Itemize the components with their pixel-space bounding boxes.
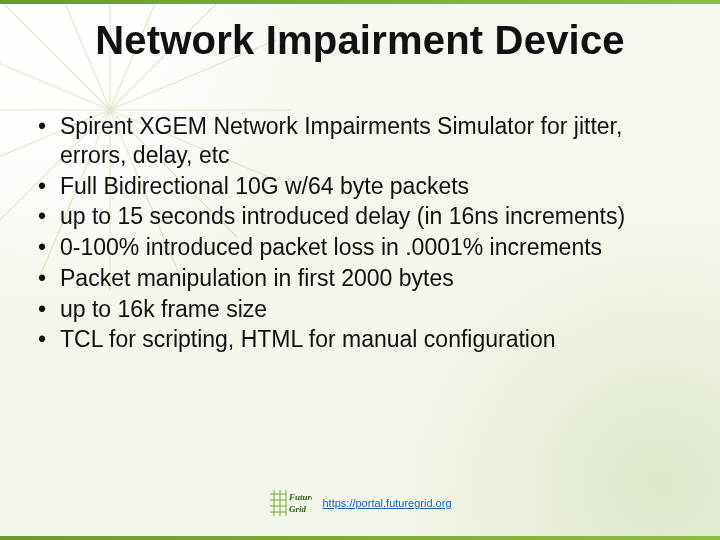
top-accent-bar	[0, 0, 720, 4]
list-item: up to 15 seconds introduced delay (in 16…	[38, 202, 682, 231]
logo-text-bot: Grid	[289, 504, 307, 514]
slide-title: Network Impairment Device	[0, 18, 720, 63]
list-item: Spirent XGEM Network Impairments Simulat…	[38, 112, 682, 170]
slide: Network Impairment Device Spirent XGEM N…	[0, 0, 720, 540]
list-item: Packet manipulation in first 2000 bytes	[38, 264, 682, 293]
futuregrid-logo-icon: Future Grid	[268, 488, 312, 518]
bullet-list: Spirent XGEM Network Impairments Simulat…	[38, 112, 682, 356]
list-item: TCL for scripting, HTML for manual confi…	[38, 325, 682, 354]
footer: Future Grid https://portal.futuregrid.or…	[0, 488, 720, 522]
list-item: 0-100% introduced packet loss in .0001% …	[38, 233, 682, 262]
logo-text-top: Future	[288, 492, 312, 502]
list-item: Full Bidirectional 10G w/64 byte packets	[38, 172, 682, 201]
list-item: up to 16k frame size	[38, 295, 682, 324]
bottom-accent-bar	[0, 536, 720, 540]
footer-link[interactable]: https://portal.futuregrid.org	[322, 497, 451, 509]
